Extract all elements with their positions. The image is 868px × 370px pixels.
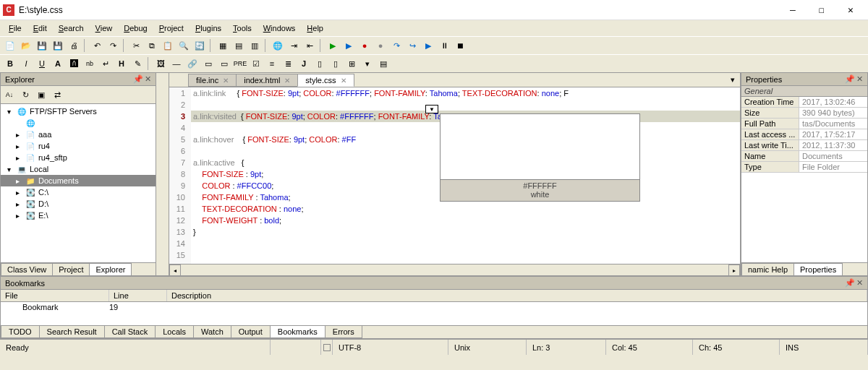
panel-close-icon[interactable]: ✕ xyxy=(856,278,863,288)
textarea-icon[interactable]: ▭ xyxy=(217,56,231,71)
color-swatch[interactable] xyxy=(440,113,640,180)
scroll-left-icon[interactable]: ◂ xyxy=(169,264,181,276)
side-tab[interactable]: Properties xyxy=(793,263,843,275)
select-icon[interactable]: ▾ xyxy=(360,56,375,71)
box-icon[interactable]: ▭ xyxy=(201,56,216,71)
bookmark-col[interactable]: File xyxy=(1,290,109,301)
menu-project[interactable]: Project xyxy=(155,22,188,34)
property-row[interactable]: Last write Ti...2012, 11:37:30 xyxy=(741,140,867,151)
side-tab[interactable]: Class View xyxy=(1,263,53,275)
bottom-tab[interactable]: Watch xyxy=(193,326,231,338)
toggle3-icon[interactable]: ▥ xyxy=(247,38,262,53)
property-row[interactable]: Size390 940 bytes) xyxy=(741,108,867,119)
heading-icon[interactable]: H xyxy=(114,56,129,71)
bottom-tab[interactable]: Errors xyxy=(325,326,362,338)
menu-view[interactable]: View xyxy=(91,22,117,34)
run-icon[interactable]: ▶ xyxy=(326,38,340,53)
pin-icon[interactable]: 📌 xyxy=(133,74,143,84)
checkbox-icon[interactable]: ☑ xyxy=(249,56,263,71)
stop2-icon[interactable]: ⏹ xyxy=(453,38,467,53)
tree-item[interactable]: ▸💽D:\ xyxy=(1,198,156,210)
side-tab[interactable]: namic Help xyxy=(741,263,794,275)
tree-item[interactable]: ▸📄aaa xyxy=(1,129,156,140)
property-row[interactable]: TypeFile Folder xyxy=(741,162,867,173)
collapse-icon[interactable]: ▣ xyxy=(34,87,48,102)
div-icon[interactable]: ▯ xyxy=(312,56,327,71)
sort-icon[interactable]: A↓ xyxy=(2,87,17,102)
stop-icon[interactable]: ● xyxy=(373,38,388,53)
browser-icon[interactable]: 🌐 xyxy=(271,38,285,53)
tab-close-icon[interactable]: ✕ xyxy=(341,77,346,85)
undo-icon[interactable]: ↶ xyxy=(90,38,104,53)
bookmarks-rows[interactable]: Bookmark19 xyxy=(1,302,867,325)
refresh-icon[interactable]: ↻ xyxy=(18,87,33,102)
panel-gutter[interactable] xyxy=(156,72,169,276)
anchor-icon[interactable]: A xyxy=(51,56,65,71)
status-eol[interactable]: Unix xyxy=(448,340,527,355)
bookmark-col[interactable]: Description xyxy=(167,290,867,301)
font-icon[interactable]: 🅰 xyxy=(67,56,81,71)
code-editor[interactable]: 1 a.link:link { FONT-SIZE: 9pt; COLOR: #… xyxy=(169,87,740,264)
olist-icon[interactable]: ≣ xyxy=(281,56,295,71)
pin-icon[interactable]: 📌 xyxy=(845,74,855,84)
property-row[interactable]: Creation Time2017, 13:02:46 xyxy=(741,97,867,108)
tree-item[interactable]: ▾💻Local xyxy=(1,163,156,175)
file-tab[interactable]: style.css✕ xyxy=(297,74,354,87)
debug-icon[interactable]: ▶ xyxy=(341,38,356,53)
bottom-tab[interactable]: Call Stack xyxy=(104,326,156,338)
tab-close-icon[interactable]: ✕ xyxy=(284,77,290,85)
copy-icon[interactable]: ⧉ xyxy=(145,38,159,53)
tree-item[interactable]: 🌐 xyxy=(1,117,156,129)
property-row[interactable]: Full Pathtas/Documents xyxy=(741,119,867,129)
save-all-icon[interactable]: 💾 xyxy=(51,38,65,53)
tree-item[interactable]: ▸📄ru4 xyxy=(1,140,156,152)
cut-icon[interactable]: ✂ xyxy=(129,38,143,53)
nbsp-icon[interactable]: nb xyxy=(82,56,97,71)
comment-icon[interactable]: ✎ xyxy=(130,56,145,71)
hr-icon[interactable]: — xyxy=(169,56,184,71)
tab-close-icon[interactable]: ✕ xyxy=(223,77,229,85)
indent-icon[interactable]: ⇥ xyxy=(286,38,301,53)
menu-help[interactable]: Help xyxy=(302,22,328,34)
status-encoding[interactable]: UTF-8 xyxy=(333,340,448,355)
menu-edit[interactable]: Edit xyxy=(29,22,51,34)
menu-search[interactable]: Search xyxy=(54,22,88,34)
side-tab[interactable]: Explorer xyxy=(89,263,132,275)
script-icon[interactable]: J xyxy=(297,56,311,71)
link-icon[interactable]: 🔗 xyxy=(185,56,200,71)
file-tab[interactable]: index.html✕ xyxy=(236,74,298,87)
bottom-tab[interactable]: TODO xyxy=(1,326,40,338)
menu-file[interactable]: File xyxy=(4,22,26,34)
list-icon[interactable]: ≡ xyxy=(265,56,279,71)
file-tree[interactable]: ▾🌐FTP/SFTP Servers🌐▸📄aaa▸📄ru4▸📄ru4_sftp▾… xyxy=(1,104,156,262)
italic-icon[interactable]: I xyxy=(19,56,33,71)
new-file-icon[interactable]: 📄 xyxy=(3,38,17,53)
dropdown-trigger-icon[interactable]: ▼ xyxy=(425,105,438,113)
property-row[interactable]: Last access ...2017, 17:52:17 xyxy=(741,129,867,140)
find-icon[interactable]: 🔍 xyxy=(176,38,191,53)
table-icon[interactable]: ⊞ xyxy=(344,56,359,71)
bookmark-row[interactable]: Bookmark19 xyxy=(1,302,867,312)
span-icon[interactable]: ▯ xyxy=(328,56,343,71)
bottom-tab[interactable]: Locals xyxy=(155,326,194,338)
maximize-button[interactable]: ☐ xyxy=(807,0,836,20)
redo-icon[interactable]: ↷ xyxy=(106,38,120,53)
outdent-icon[interactable]: ⇤ xyxy=(302,38,317,53)
status-ins[interactable]: INS xyxy=(780,340,868,355)
menu-windows[interactable]: Windows xyxy=(259,22,300,34)
toggle-icon[interactable]: ▦ xyxy=(216,38,230,53)
tree-item[interactable]: ▸📄ru4_sftp xyxy=(1,152,156,163)
pause-icon[interactable]: ⏸ xyxy=(437,38,451,53)
menu-tools[interactable]: Tools xyxy=(229,22,256,34)
horizontal-scrollbar[interactable]: ◂ ▸ xyxy=(169,264,740,275)
pin-icon[interactable]: 📌 xyxy=(845,278,855,288)
sync-icon[interactable]: ⇄ xyxy=(50,87,64,102)
menu-debug[interactable]: Debug xyxy=(119,22,151,34)
file-tab[interactable]: file.inc✕ xyxy=(188,74,237,87)
paste-icon[interactable]: 📋 xyxy=(161,38,175,53)
panel-close-icon[interactable]: ✕ xyxy=(856,74,863,84)
underline-icon[interactable]: U xyxy=(35,56,49,71)
bold-icon[interactable]: B xyxy=(3,56,17,71)
step-icon[interactable]: ↷ xyxy=(389,38,404,53)
step-over-icon[interactable]: ↪ xyxy=(405,38,420,53)
